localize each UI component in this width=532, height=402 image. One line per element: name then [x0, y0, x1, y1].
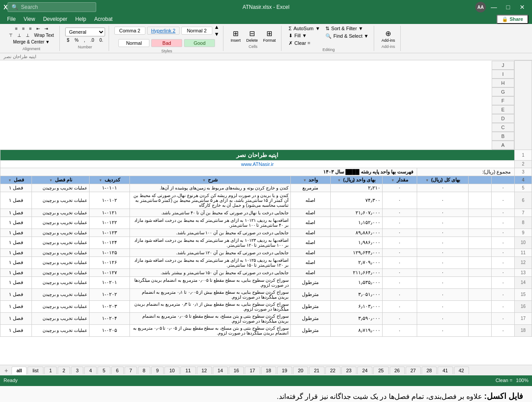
menu-acrobat[interactable]: Acrobat: [91, 15, 116, 23]
sort-icon: ⇅: [325, 26, 329, 32]
percent-button[interactable]: %: [73, 37, 80, 43]
sheet-tab-9[interactable]: 9: [151, 367, 164, 374]
filter-icon-B[interactable]: ▼: [49, 178, 53, 182]
add-sheet-button[interactable]: +: [2, 366, 11, 375]
align-right-button[interactable]: ≡: [27, 26, 34, 32]
ribbon-cells-group: ⊞ Insert ⊟ Delete ⊞ Format Cells: [225, 26, 282, 51]
chevron-down-icon: ▼: [45, 39, 50, 44]
table-row: 6 · · · ۷۴٫۳۰۰ اصله کندن و یا بریدن و در…: [0, 192, 532, 209]
sheet-tab-20[interactable]: 20: [293, 367, 308, 374]
sheet-tab-42[interactable]: 42: [454, 367, 469, 374]
align-center-button[interactable]: ≡: [20, 26, 27, 32]
search-icon: 🔍: [12, 4, 18, 10]
search-box[interactable]: 🔍 Search: [8, 2, 96, 12]
sheet-tab-7[interactable]: 7: [125, 367, 137, 374]
sheet-tab-all[interactable]: all: [12, 367, 27, 374]
sheet-tab-1[interactable]: 1: [44, 367, 57, 374]
sheet-tab-12[interactable]: 12: [197, 367, 212, 374]
merge-center-button[interactable]: Merge & Center ▼: [12, 39, 52, 45]
table-row: 11 · · · ۱۲۹٫۶۴۴٫۰۰۰ اصله جابجایی درخت د…: [0, 248, 532, 256]
bottom-note-text: علاوه بر فصل‌بندی، تمام فصل‌ها در یک شیت…: [277, 393, 482, 400]
top-align-button[interactable]: ⊤: [7, 32, 15, 38]
header-merged-cell: اپتیه طراحان نصر: [0, 150, 515, 160]
excel-logo: X: [4, 4, 8, 11]
sheet-tab-11[interactable]: 11: [180, 367, 196, 374]
sheet-tab-21[interactable]: 21: [309, 367, 324, 374]
sheet-tab-17[interactable]: 17: [245, 367, 260, 374]
filter-icon-C[interactable]: ▼: [99, 178, 102, 182]
menu-view[interactable]: View: [20, 15, 39, 23]
column-labels-row: 4 بهای کل (ریال) ▼ مقدار ▼ بهای واحد (ری…: [0, 176, 532, 184]
sheet-tab-6[interactable]: 6: [111, 367, 124, 374]
table-row: 12 · · · ۲٫۷۰۹٫۰۰۰ اصله اضافه‌بها به ردی…: [0, 256, 532, 268]
sheet-tab-3[interactable]: 3: [71, 367, 83, 374]
sheet-tab-24[interactable]: 24: [357, 367, 372, 374]
sheet-tab-14[interactable]: 14: [213, 367, 228, 374]
filter-icon-A[interactable]: ▼: [8, 178, 12, 182]
format-button[interactable]: ⊞ Format: [262, 28, 278, 43]
sheet-tab-5[interactable]: 5: [98, 367, 110, 374]
sheet-tab-16[interactable]: 16: [229, 367, 244, 374]
filter-icon-H[interactable]: ▼: [425, 178, 429, 182]
share-button[interactable]: 🔒 Share: [497, 15, 528, 24]
clean-equal-text: Clean =: [496, 378, 512, 383]
sheet-tab-4[interactable]: 4: [84, 367, 97, 374]
left-header: مجموع (ریال):: [417, 168, 514, 176]
clear-button[interactable]: ✗ Clear =: [287, 40, 322, 47]
autosum-button[interactable]: Σ AutoSum ▼: [287, 25, 322, 32]
hyperlink2-style[interactable]: Hyperlink 2: [147, 27, 180, 35]
spreadsheet-area: J I H G F E D C B A 1 اپتیه طراحان نصر 2…: [0, 60, 532, 365]
filter-icon-G[interactable]: ▼: [391, 178, 395, 182]
filter-icon-D[interactable]: ▼: [202, 178, 206, 182]
find-icon: 🔍: [325, 33, 332, 39]
dollar-button[interactable]: $: [65, 37, 71, 43]
find-select-button[interactable]: 🔍 Find & Select ▼: [324, 33, 370, 39]
sheet-tab-27[interactable]: 27: [406, 367, 421, 374]
sheet-tab-41[interactable]: 41: [438, 367, 453, 374]
ribbon-styles-group: Comma 2 Hyperlink 2 Normal 2 ▲ ▼ Normal …: [111, 26, 223, 51]
middle-align-button[interactable]: ⊥: [16, 32, 23, 38]
decrease-indent-button[interactable]: ⇤: [35, 26, 42, 32]
close-button[interactable]: ✕: [516, 1, 528, 13]
filter-icon-F[interactable]: ▼: [337, 178, 341, 182]
align-left-button[interactable]: ≡: [13, 26, 20, 32]
search-placeholder: Search: [21, 4, 38, 10]
increase-indent-button[interactable]: ⇥: [43, 26, 50, 32]
delete-button[interactable]: ⊟ Delete: [245, 28, 260, 43]
fill-button[interactable]: ⬇ Fill ▼: [287, 32, 322, 39]
normal2-style[interactable]: Normal 2: [181, 27, 212, 35]
maximize-button[interactable]: □: [502, 1, 514, 13]
table-row: 8 · · · ۱٫۱۵۲٫۰۰۰ اصله اضافه‌بها به ردیف…: [0, 217, 532, 229]
sheet-tab-25[interactable]: 25: [373, 367, 388, 374]
menu-help[interactable]: Help: [72, 15, 90, 23]
sort-filter-button[interactable]: ⇅ Sort & Filter ▼: [324, 25, 370, 32]
bad-style[interactable]: Bad: [151, 39, 182, 47]
cells-label: Cells: [249, 44, 258, 49]
sheet-tab-8[interactable]: 8: [138, 367, 150, 374]
comma2-style[interactable]: Comma 2: [114, 27, 145, 35]
sheet-tab-26[interactable]: 26: [390, 367, 405, 374]
decimal-decrease-button[interactable]: 0.: [98, 37, 105, 43]
addins-button[interactable]: ⊕ Add-ins: [379, 28, 397, 43]
bottom-align-button[interactable]: ⊥: [24, 32, 31, 38]
filter-icon-E[interactable]: ▼: [303, 178, 307, 182]
insert-button[interactable]: ⊞ Insert: [229, 28, 243, 43]
wrap-text-button[interactable]: Wrap Text: [32, 32, 56, 38]
menu-developer[interactable]: Developer: [39, 15, 71, 23]
excel-table: J I H G F E D C B A 1 اپتیه طراحان نصر 2…: [0, 60, 532, 337]
sheet-tab-23[interactable]: 23: [341, 367, 356, 374]
sheet-tab-19[interactable]: 19: [277, 367, 292, 374]
sheet-tab-2[interactable]: 2: [58, 367, 70, 374]
minimize-button[interactable]: —: [488, 1, 500, 13]
number-format-dropdown[interactable]: General: [65, 28, 105, 36]
sheet-tab-22[interactable]: 22: [325, 367, 340, 374]
sheet-tab-list[interactable]: list: [27, 367, 43, 374]
comma-button[interactable]: ,: [82, 37, 87, 43]
sheet-tab-10[interactable]: 10: [164, 367, 180, 374]
decimal-increase-button[interactable]: .0: [89, 37, 96, 43]
sheet-tab-28[interactable]: 28: [422, 367, 437, 374]
menu-file[interactable]: File: [4, 15, 19, 23]
sheet-tab-18[interactable]: 18: [261, 367, 276, 374]
good-style[interactable]: Good: [184, 39, 215, 47]
normal-style[interactable]: Normal: [118, 39, 149, 47]
